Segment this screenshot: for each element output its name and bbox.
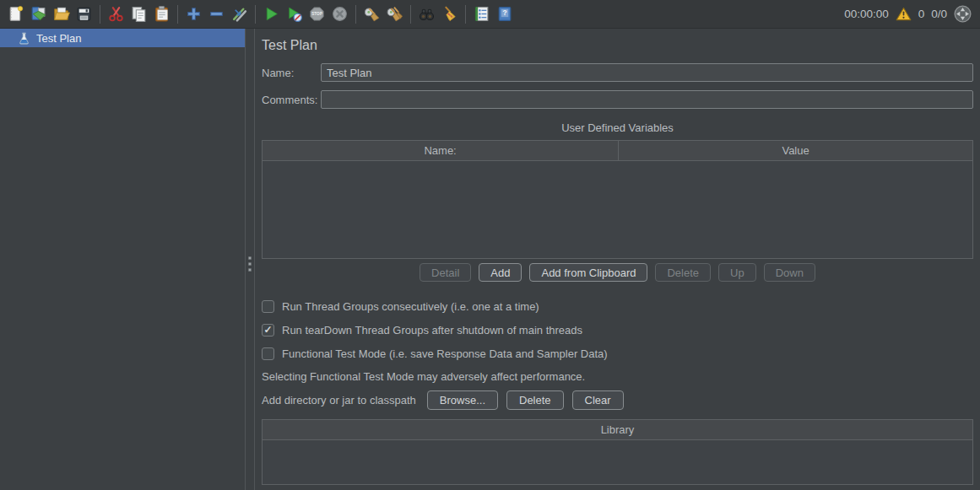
browse-button[interactable]: Browse... — [427, 390, 498, 410]
toolbar-separator — [410, 5, 411, 24]
functional-mode-option[interactable]: ✓ Functional Test Mode (i.e. save Respon… — [262, 347, 973, 360]
name-label: Name: — [262, 67, 321, 79]
run-teardown-checkbox[interactable]: ✓ — [262, 324, 274, 337]
clear-all-icon[interactable] — [383, 3, 406, 25]
comments-input[interactable] — [321, 90, 973, 109]
run-teardown-option[interactable]: ✓ Run tearDown Thread Groups after shutd… — [262, 323, 973, 337]
paste-icon[interactable] — [150, 3, 173, 25]
test-plan-flask-icon — [18, 32, 30, 45]
templates-icon[interactable] — [27, 3, 50, 25]
add-from-clipboard-button[interactable]: Add from Clipboard — [529, 263, 647, 282]
test-plan-tree: Test Plan — [0, 29, 245, 490]
udv-table-body[interactable] — [263, 160, 972, 258]
udv-table: Name: Value — [262, 140, 973, 259]
cut-icon[interactable] — [105, 3, 127, 25]
threads-indicator-icon — [954, 5, 972, 23]
run-teardown-label: Run tearDown Thread Groups after shutdow… — [282, 324, 582, 337]
down-button[interactable]: Down — [764, 263, 815, 282]
status-area: 00:00:00 0 0/0 — [844, 5, 972, 23]
toolbar-separator — [177, 5, 178, 24]
reset-search-icon[interactable] — [438, 3, 461, 25]
splitter-grip-icon[interactable] — [248, 256, 252, 272]
functional-mode-label: Functional Test Mode (i.e. save Response… — [282, 347, 608, 360]
expand-all-icon[interactable] — [182, 3, 205, 25]
open-file-icon[interactable] — [50, 3, 73, 25]
classpath-row: Add directory or jar to classpath Browse… — [262, 390, 973, 410]
library-table-header: Library — [263, 420, 972, 439]
udv-table-header: Name: Value — [263, 141, 972, 160]
tree-item-test-plan[interactable]: Test Plan — [0, 29, 245, 47]
name-input[interactable] — [321, 63, 973, 82]
toolbar-separator — [465, 5, 466, 24]
search-icon[interactable] — [415, 3, 438, 25]
up-button[interactable]: Up — [718, 263, 756, 282]
toolbar-separator — [255, 5, 256, 24]
add-button[interactable]: Add — [479, 263, 522, 282]
test-plan-panel: Test Plan Name: Comments: User Defined V… — [255, 29, 980, 490]
page-title: Test Plan — [262, 38, 973, 53]
comments-field-row: Comments: — [262, 90, 973, 109]
udv-section-title: User Defined Variables — [262, 121, 973, 134]
svg-text:STOP: STOP — [311, 12, 322, 16]
tree-item-label: Test Plan — [36, 32, 81, 45]
clear-icon[interactable] — [360, 3, 383, 25]
log-error-count: 0 — [918, 8, 925, 20]
shutdown-icon[interactable] — [328, 3, 351, 25]
comments-label: Comments: — [262, 94, 321, 106]
start-no-timers-icon[interactable] — [283, 3, 306, 25]
delete-classpath-button[interactable]: Delete — [506, 390, 564, 410]
toggle-icon[interactable] — [228, 3, 251, 25]
start-icon[interactable] — [260, 3, 283, 25]
name-field-row: Name: — [262, 63, 973, 82]
copy-icon[interactable] — [127, 3, 150, 25]
library-table: Library — [262, 419, 973, 485]
detail-button[interactable]: Detail — [420, 263, 471, 282]
library-table-body[interactable] — [263, 439, 972, 484]
udv-button-row: Detail Add Add from Clipboard Delete Up … — [262, 263, 973, 282]
run-consecutively-option[interactable]: ✓ Run Thread Groups consecutively (i.e. … — [262, 299, 973, 313]
toolbar-separator — [100, 5, 100, 24]
active-threads: 0/0 — [931, 8, 947, 20]
elapsed-time: 00:00:00 — [844, 8, 889, 20]
stop-icon[interactable]: STOP — [306, 3, 328, 25]
toolbar-separator — [355, 5, 356, 24]
function-helper-icon[interactable] — [470, 3, 493, 25]
run-options: ✓ Run Thread Groups consecutively (i.e. … — [262, 299, 973, 360]
clear-classpath-button[interactable]: Clear — [572, 390, 624, 410]
warning-icon[interactable] — [896, 7, 912, 21]
run-consecutively-label: Run Thread Groups consecutively (i.e. on… — [282, 300, 539, 313]
functional-mode-note: Selecting Functional Test Mode may adver… — [262, 370, 973, 383]
save-icon[interactable] — [73, 3, 95, 25]
udv-column-value: Value — [619, 141, 972, 160]
delete-variable-button[interactable]: Delete — [655, 263, 711, 282]
library-column-header: Library — [263, 420, 972, 439]
classpath-label: Add directory or jar to classpath — [262, 394, 416, 407]
new-file-icon[interactable] — [4, 3, 27, 25]
help-icon[interactable]: ? — [493, 3, 516, 25]
toolbar: STOP ? 00:00:00 0 0/0 — [0, 0, 980, 29]
udv-column-name: Name: — [263, 141, 619, 160]
tree-splitter[interactable] — [245, 29, 255, 490]
collapse-all-icon[interactable] — [205, 3, 228, 25]
run-consecutively-checkbox[interactable]: ✓ — [262, 300, 274, 313]
functional-mode-checkbox[interactable]: ✓ — [262, 347, 274, 360]
svg-text:?: ? — [502, 8, 506, 17]
